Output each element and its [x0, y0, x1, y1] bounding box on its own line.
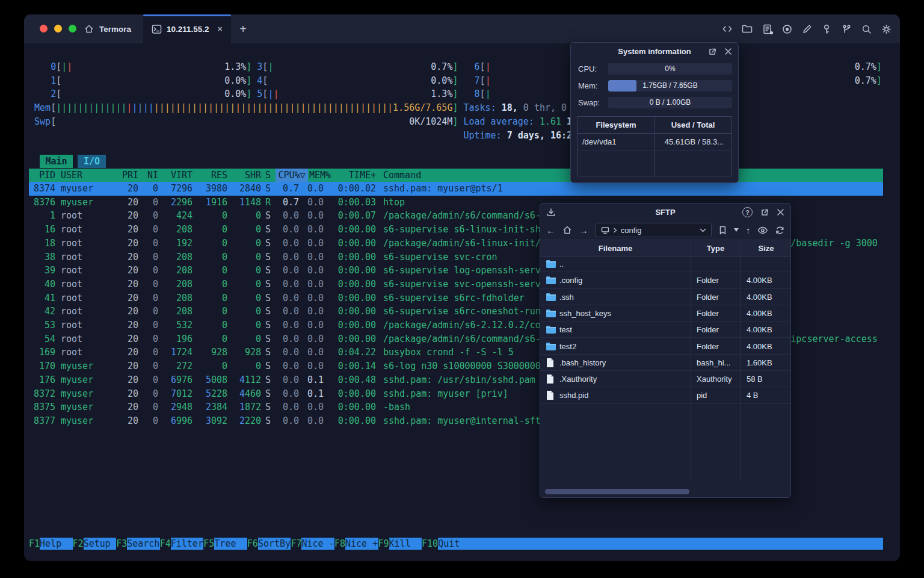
minimize-window-button[interactable]	[54, 25, 62, 33]
fkey-action-quit[interactable]: Quit	[438, 538, 883, 550]
pri: 20	[119, 278, 138, 291]
edit-icon[interactable]	[801, 23, 812, 34]
scrollbar-thumb[interactable]	[545, 489, 689, 494]
column-header-time+[interactable]: TIME+	[333, 169, 376, 182]
key-icon[interactable]	[821, 23, 832, 34]
filesystem-column-header[interactable]: Filesystem	[578, 117, 654, 133]
file-row[interactable]: test2Folder4.00KB	[540, 338, 790, 355]
htop-tab-main[interactable]: Main	[40, 155, 73, 168]
tab-session[interactable]: 10.211.55.2 ×	[143, 14, 231, 43]
close-tab-icon[interactable]: ×	[218, 24, 223, 34]
type-column-header[interactable]: Type	[691, 240, 741, 256]
file-row[interactable]: ssh_host_keysFolder4.00KB	[540, 305, 790, 322]
forward-icon[interactable]: →	[579, 226, 588, 235]
file-icon	[546, 374, 554, 386]
show-hidden-eye-icon[interactable]	[757, 226, 768, 234]
refresh-icon[interactable]	[775, 226, 784, 235]
column-header-pri[interactable]: PRI	[119, 169, 138, 182]
process-table-header[interactable]: PIDUSERPRINIVIRTRESSHRSCPU%▽MEM%TIME+Com…	[29, 169, 883, 182]
terminal-icon	[152, 24, 162, 34]
file-row[interactable]: sshd.pidpid4 B	[540, 387, 790, 403]
ni: 0	[144, 223, 158, 237]
column-header-pid[interactable]: PID	[29, 169, 55, 182]
up-directory-icon[interactable]: ↑	[746, 226, 751, 235]
fkey-action-search[interactable]: Search	[127, 538, 160, 550]
file-row[interactable]: .configFolder4.00KB	[540, 272, 790, 288]
column-header-shr[interactable]: SHR	[229, 169, 261, 182]
fkey-label-f5: F5	[203, 538, 214, 550]
fkey-action-help[interactable]: Help	[40, 538, 73, 550]
used-total-column-header[interactable]: Used / Total	[654, 117, 732, 133]
shr: 0	[229, 237, 261, 250]
virt: 6976	[160, 373, 192, 387]
pid: 53	[29, 319, 55, 332]
virt: 1724	[160, 346, 192, 359]
bookmark-icon[interactable]	[719, 226, 727, 235]
fkey-action-setup[interactable]: Setup	[84, 538, 117, 550]
cpu-pct: 0.0	[277, 359, 299, 373]
folder-icon[interactable]	[742, 23, 753, 34]
maximize-window-button[interactable]	[69, 25, 76, 33]
state: S	[265, 400, 276, 414]
close-panel-icon[interactable]	[724, 48, 732, 55]
log-icon[interactable]	[762, 23, 772, 34]
tab-termora[interactable]: Termora	[84, 14, 131, 43]
folder-icon	[546, 259, 556, 270]
new-tab-button[interactable]: +	[236, 22, 250, 36]
file-row[interactable]: testFolder4.00KB	[540, 322, 790, 338]
cpu-pct: 0.7	[277, 196, 299, 210]
column-header-res[interactable]: RES	[195, 169, 227, 182]
size-column-header[interactable]: Size	[741, 240, 792, 256]
htop-tab-io[interactable]: I/O	[78, 155, 106, 168]
column-header-virt[interactable]: VIRT	[160, 169, 192, 182]
fkey-action-sortby[interactable]: SortBy	[258, 538, 291, 550]
column-header-mem%[interactable]: MEM%	[309, 169, 331, 182]
close-window-button[interactable]	[40, 25, 48, 33]
record-icon[interactable]	[781, 23, 792, 34]
path-breadcrumb[interactable]: config	[596, 223, 712, 237]
column-header-user[interactable]: USER	[61, 169, 121, 182]
ni: 0	[144, 319, 158, 332]
file-row[interactable]: ..	[540, 256, 790, 272]
fkey-action-filter[interactable]: Filter	[171, 538, 204, 550]
res: 0	[195, 264, 227, 278]
cpu-pct: 0.0	[277, 305, 299, 319]
res: 0	[195, 332, 227, 346]
bookmark-dropdown-icon[interactable]	[734, 228, 739, 232]
branch-icon[interactable]	[841, 23, 852, 34]
code-icon[interactable]	[722, 23, 733, 34]
fkey-action-tree[interactable]: Tree	[214, 538, 247, 550]
help-icon[interactable]: ?	[742, 207, 753, 217]
file-row[interactable]: .bash_historybash_hi...1.60KB	[540, 355, 790, 371]
close-panel-icon[interactable]	[777, 208, 784, 216]
open-in-window-icon[interactable]	[708, 48, 716, 56]
open-in-window-icon[interactable]	[760, 208, 769, 217]
file-name: ssh_host_keys	[559, 305, 686, 322]
ni: 0	[144, 373, 158, 387]
search-icon[interactable]	[861, 23, 872, 34]
fkey-action-nice[interactable]: Nice +	[345, 538, 378, 550]
chevron-down-icon[interactable]	[700, 228, 706, 232]
column-header-ni[interactable]: NI	[144, 169, 158, 182]
fkey-action-kill[interactable]: Kill	[389, 538, 422, 550]
sysinfo-swap-row: Swap: 0 B / 1.00GB	[571, 94, 738, 111]
back-icon[interactable]: ←	[546, 226, 555, 235]
time: 0:00.00	[333, 332, 376, 346]
swap-usage-bar: 0 B / 1.00GB	[608, 97, 732, 108]
fkey-action-nice[interactable]: Nice -	[301, 538, 334, 550]
file-row[interactable]: .sshFolder4.00KB	[540, 289, 790, 305]
res: 5008	[195, 373, 227, 387]
settings-gear-icon[interactable]	[881, 23, 892, 34]
process-row[interactable]: 8374myuser200729639802840S0.70.00:00.02s…	[29, 182, 883, 196]
res: 1916	[195, 196, 227, 210]
home-icon[interactable]	[562, 225, 572, 235]
column-header-cpu%[interactable]: CPU%▽	[276, 169, 308, 182]
ni: 0	[144, 278, 158, 291]
file-row[interactable]: .XauthorityXauthority58 B	[540, 371, 790, 387]
shr: 0	[229, 359, 261, 373]
ni: 0	[144, 346, 158, 359]
state: R	[265, 196, 276, 210]
filename-column-header[interactable]: Filename	[540, 240, 691, 256]
column-header-s[interactable]: S	[265, 169, 276, 182]
horizontal-scrollbar[interactable]	[540, 489, 790, 494]
